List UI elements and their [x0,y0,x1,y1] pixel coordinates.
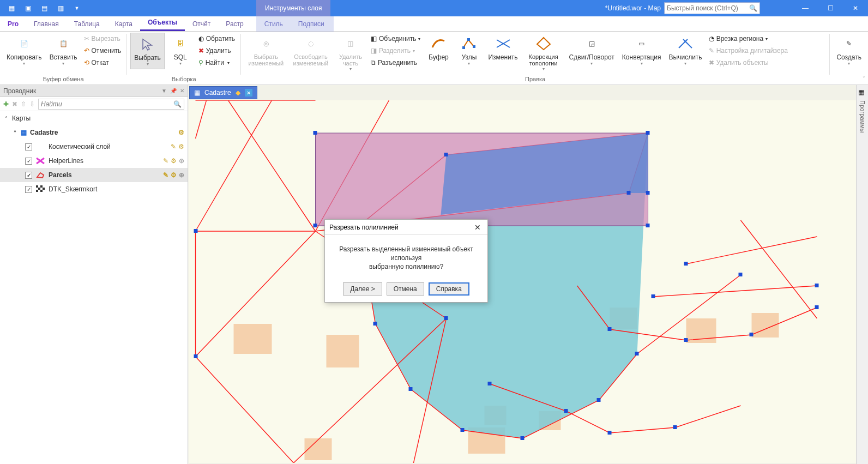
tab-report[interactable]: Отчёт [185,17,218,31]
tree-map-cadastre[interactable]: ˄ ▦ Cadastre ⚙ [0,125,188,140]
select-editable-button[interactable]: ◎Выбрать изменяемый [244,33,288,69]
layer-opts-icon[interactable]: ⚙ [178,143,184,150]
release-editable-button[interactable]: ◌Освободить изменяемый [289,33,333,69]
collapse-icon[interactable]: ˄ [12,130,17,136]
collapse-icon[interactable]: ˄ [3,116,9,122]
topology-button[interactable]: Коррекция топологии▾ [522,33,565,74]
panel-close-icon[interactable]: ✕ [180,88,184,94]
calc-button[interactable]: Вычислить▾ [666,33,706,68]
layer-parcels[interactable]: ✓ Parcels ✎⚙⊕ [0,168,188,182]
rollback-button[interactable]: ⟲Откат [82,57,124,69]
copy-label: Копировать [7,53,42,61]
tab-table[interactable]: Таблица [67,17,107,31]
programs-icon[interactable]: ▦ [858,88,867,97]
find-button[interactable]: ⚲Найти▾ [196,57,237,69]
layer-cosmetic[interactable]: ✓ Косметический слой ✎⚙ [0,140,188,154]
map-tab[interactable]: ▦ Cadastre ◆ ✕ [189,86,257,99]
tab-style[interactable]: Стиль [257,17,291,31]
explorer-search-icon[interactable]: 🔍 [173,100,182,108]
dialog-next-button[interactable]: Далее > [343,282,382,296]
layer-checkbox[interactable]: ✓ [25,158,32,165]
qat-icon-1[interactable]: ▦ [7,3,16,13]
layer-dtk[interactable]: ✓ DTK_Skærmkort [0,182,188,196]
ribbon-collapse-icon[interactable]: ˇ [863,76,865,82]
explorer-search-input[interactable] [41,100,173,108]
buffer-button[interactable]: Буфер [424,33,453,63]
reshape-button[interactable]: Изменить [485,33,521,63]
nodes-button[interactable]: Узлы▾ [454,33,484,68]
tb-add-icon[interactable]: ✚ [3,100,9,108]
style-icon[interactable]: ✎ [171,143,176,150]
svg-rect-58 [373,322,377,326]
qat-dropdown-icon[interactable]: ▼ [72,3,82,13]
dialog-title: Разрезать полилинией [329,224,399,231]
region-cut-button[interactable]: ◔Врезка региона▾ [707,33,790,45]
layer-checkbox[interactable]: ✓ [25,186,32,193]
map-tab-close-icon[interactable]: ✕ [245,89,252,97]
svg-rect-65 [652,294,655,298]
digitizer-button[interactable]: ✎Настройка дигитайзера [707,45,790,57]
svg-rect-49 [646,131,650,135]
minimize-button[interactable]: — [793,0,818,16]
target-icon: ◎ [257,35,275,52]
move-rotate-button[interactable]: ◲Сдвиг/Поворот▾ [566,33,618,68]
style-icon[interactable]: ✎ [163,157,168,165]
tab-objects[interactable]: Объекты [140,15,185,31]
disaggregate-button[interactable]: ⧉Разъединить [369,57,423,69]
select-button[interactable]: Выбрать ▾ [130,33,164,69]
tab-home[interactable]: Главная [26,17,67,31]
select-icon [139,35,156,53]
layer-opts-icon[interactable]: ⚙ [171,171,177,179]
copy-button[interactable]: 📄 Копировать ▾ [3,33,45,68]
cut-button[interactable]: ✂Вырезать [82,33,124,45]
tb-up-icon[interactable]: ⇧ [21,100,26,108]
convert-button[interactable]: ▭Конвертация▾ [619,33,665,68]
maximize-button[interactable]: ☐ [818,0,843,16]
delete-label: Удалить [206,47,231,55]
explorer-search[interactable]: 🔍 [38,99,184,110]
dialog-cancel-button[interactable]: Отмена [387,282,424,296]
layer-helperlines[interactable]: ✓ HelperLines ✎⚙⊕ [0,154,188,168]
delete-part-button[interactable]: ◫Удалить часть▾ [334,33,367,74]
delete-button[interactable]: ✖Удалить [196,45,237,57]
programs-label[interactable]: Программы [859,100,866,132]
panel-pin-icon[interactable]: 📌 [170,88,177,94]
quick-search[interactable]: 🔍 [664,2,760,14]
search-icon[interactable]: 🔍 [749,4,757,12]
qat-icon-3[interactable]: ▤ [39,3,49,13]
tab-raster[interactable]: Растр [218,17,251,31]
sql-button[interactable]: 🗄 SQL ▾ [166,33,195,68]
quick-search-input[interactable] [667,4,749,12]
invert-button[interactable]: ◐Обратить [196,33,237,45]
tab-labels[interactable]: Подписи [291,17,332,31]
layer-helper-label: HelperLines [49,157,83,165]
tb-down-icon[interactable]: ⇩ [29,100,35,108]
close-button[interactable]: ✕ [843,0,868,16]
paste-button[interactable]: 📋 Вставить ▾ [46,33,81,68]
qat-icon-4[interactable]: ▥ [56,3,65,13]
split-button[interactable]: ◨Разделить▾ [369,45,423,57]
svg-rect-72 [815,305,819,309]
map-canvas[interactable] [189,100,867,463]
dialog-close-icon[interactable]: ✕ [472,222,483,233]
combine-button[interactable]: ◧Объединить▾ [369,33,423,45]
layer-opts-icon[interactable]: ⚙ [171,157,177,165]
layer-opts-icon[interactable]: ⚙ [178,129,184,136]
release-icon: ◌ [302,35,320,52]
del-objects-button[interactable]: ✖Удалить объекты [707,57,790,69]
style-icon[interactable]: ✎ [163,171,168,179]
zoom-icon[interactable]: ⊕ [179,171,184,179]
layer-checkbox[interactable]: ✓ [25,143,32,150]
layer-checkbox[interactable]: ✓ [25,172,32,179]
tab-pro[interactable]: Pro [0,17,26,31]
tb-remove-icon[interactable]: ✖ [12,100,17,108]
dialog-help-button[interactable]: Справка [429,282,469,296]
undo-button[interactable]: ↶Отменить [82,45,124,57]
create-button[interactable]: ✎Создать▾ [833,33,865,68]
panel-dropdown-icon[interactable]: ▼ [161,88,167,94]
zoom-icon[interactable]: ⊕ [179,157,184,165]
dialog-titlebar[interactable]: Разрезать полилинией ✕ [325,220,487,235]
tree-section-maps[interactable]: ˄ Карты [0,111,188,125]
tab-map[interactable]: Карта [107,17,140,31]
qat-icon-2[interactable]: ▣ [23,3,33,13]
